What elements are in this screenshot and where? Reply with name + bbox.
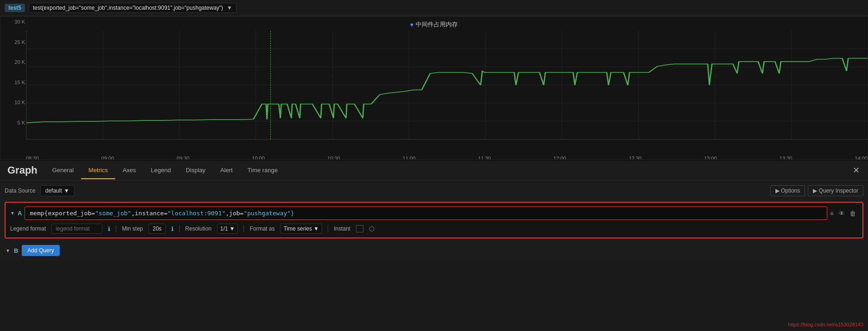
min-step-label: Min step: [122, 225, 143, 232]
datasource-label: Data Source: [5, 187, 36, 194]
query-a-eye-icon[interactable]: 👁: [838, 210, 845, 217]
query-a-collapse[interactable]: ▼: [10, 211, 15, 216]
x-axis: 08:30 09:00 09:30 10:00 10:30 11:00 11:3…: [0, 154, 868, 160]
share-icon[interactable]: ⬡: [369, 225, 375, 232]
query-a-text-job-val: "some_job": [95, 210, 131, 217]
format-as-select[interactable]: Time series ▼: [280, 224, 322, 234]
query-badge: test5: [5, 4, 25, 12]
resolution-arrow-icon: ▼: [230, 225, 235, 232]
datasource-value: default: [45, 187, 62, 194]
x-label-0830: 08:30: [26, 156, 39, 160]
legend-format-label: Legend format: [10, 225, 46, 232]
resolution-select[interactable]: 1/1 ▼: [217, 224, 238, 234]
y-label-30k: 30 K: [4, 19, 25, 25]
watermark-link[interactable]: https://blog.csdn.net/a153028143: [788, 322, 863, 327]
x-label-1200: 12:00: [553, 156, 566, 160]
query-a-options-row: Legend format ℹ Min step 20s ℹ Resolutio…: [10, 224, 858, 234]
divider-3: [244, 225, 244, 232]
x-label-1330: 13:30: [780, 156, 793, 160]
x-label-1000: 10:00: [252, 156, 265, 160]
query-inspector-button[interactable]: ▶ Query Inspector: [808, 185, 863, 196]
datasource-row: Data Source default ▼ ▶ Options ▶ Query …: [5, 185, 863, 196]
chart-svg: [26, 31, 868, 139]
metrics-content: Data Source default ▼ ▶ Options ▶ Query …: [0, 181, 868, 261]
resolution-label: Resolution: [185, 225, 212, 232]
tab-time-range[interactable]: Time range: [240, 162, 285, 179]
top-query-arrow: ▼: [227, 5, 232, 11]
chart-container: ♥ 中间件占用内存 5 K 10 K 15 K 20 K 25 K 30 K: [0, 16, 868, 160]
panel-close-button[interactable]: ✕: [849, 162, 863, 179]
legend-format-info-icon: ℹ: [108, 225, 110, 232]
format-as-label: Format as: [250, 225, 275, 232]
divider-1: [116, 225, 116, 232]
min-step-info-icon: ℹ: [171, 225, 174, 232]
query-a-text-instance-val: "localhost:9091": [168, 210, 225, 217]
datasource-select[interactable]: default ▼: [40, 185, 75, 196]
query-a-letter: A: [18, 210, 22, 217]
query-a-menu-icon[interactable]: ≡: [830, 210, 834, 217]
panel-header: Graph General Metrics Axes Legend Displa…: [0, 161, 868, 181]
query-a-text-memp: memp{exported_job=: [30, 210, 95, 217]
panel-title: Graph: [5, 161, 45, 180]
tab-general[interactable]: General: [45, 162, 81, 179]
chart-title-text: 中间件占用内存: [416, 20, 458, 29]
legend-format-input[interactable]: [51, 224, 102, 234]
x-label-0900: 09:00: [101, 156, 114, 160]
format-as-value: Time series: [283, 225, 312, 232]
x-label-1300: 13:00: [704, 156, 717, 160]
query-a-actions: ≡ 👁 🗑: [830, 210, 858, 217]
tab-legend[interactable]: Legend: [144, 162, 178, 179]
x-label-1130: 11:30: [478, 156, 491, 160]
min-step-value: 20s: [149, 224, 166, 234]
x-label-0930: 09:30: [177, 156, 190, 160]
top-query-text: test(exported_job="some_job",instance="l…: [33, 5, 223, 11]
divider-4: [328, 225, 328, 232]
x-label-1230: 12:30: [629, 156, 642, 160]
options-button[interactable]: ▶ Options: [770, 185, 806, 196]
top-query-selector[interactable]: test(exported_job="some_job",instance="l…: [29, 3, 237, 13]
query-a-trash-icon[interactable]: 🗑: [849, 210, 856, 217]
top-bar: test5 test(exported_job="some_job",insta…: [0, 0, 868, 16]
right-buttons: ▶ Options ▶ Query Inspector: [770, 185, 863, 196]
chart-inner: [0, 29, 868, 154]
query-b-collapse[interactable]: ▼: [6, 248, 10, 253]
instant-checkbox[interactable]: [356, 225, 363, 232]
panel-tabs-section: Graph General Metrics Axes Legend Displa…: [0, 160, 868, 261]
tab-display[interactable]: Display: [178, 162, 213, 179]
heart-icon: ♥: [410, 21, 414, 28]
tab-alert[interactable]: Alert: [213, 162, 240, 179]
tab-axes[interactable]: Axes: [115, 162, 144, 179]
add-query-button[interactable]: Add Query: [22, 245, 59, 256]
query-b-letter: B: [14, 247, 18, 254]
query-a-input[interactable]: memp{exported_job="some_job",instance="l…: [25, 206, 827, 220]
format-as-arrow-icon: ▼: [313, 225, 319, 232]
chart-title: ♥ 中间件占用内存: [0, 17, 868, 29]
query-a-text-pushgateway: "pushgateway"}: [244, 210, 294, 217]
chart-grid-area: [26, 31, 868, 140]
tab-metrics[interactable]: Metrics: [81, 162, 115, 179]
instant-label: Instant: [334, 225, 350, 232]
x-label-1100: 11:00: [403, 156, 416, 160]
add-query-row: ▼ B Add Query: [5, 242, 863, 261]
divider-2: [179, 225, 180, 232]
x-label-1030: 10:30: [327, 156, 340, 160]
resolution-value: 1/1: [220, 225, 228, 232]
query-a-text-job: ,job=: [225, 210, 244, 217]
query-row-a-header: ▼ A memp{exported_job="some_job",instanc…: [10, 206, 858, 220]
datasource-arrow-icon: ▼: [64, 187, 69, 194]
query-a-text-instance: ,instance=: [131, 210, 167, 217]
x-label-1400: 14:00: [855, 156, 868, 160]
query-row-a: ▼ A memp{exported_job="some_job",instanc…: [5, 202, 863, 238]
